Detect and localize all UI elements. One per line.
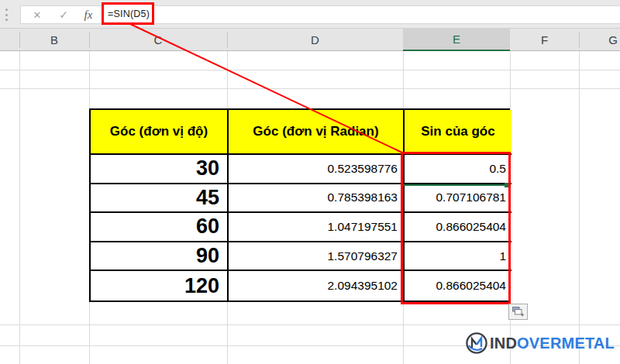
table-header-cell[interactable]: Sin của góc	[405, 110, 512, 155]
table-cell[interactable]: 0.785398163	[229, 184, 405, 214]
column-header-g[interactable]: G	[579, 29, 620, 50]
gridline	[0, 88, 620, 89]
table-cell[interactable]: 90	[91, 242, 229, 272]
column-header-c[interactable]: C	[89, 29, 227, 50]
column-header-d[interactable]: D	[227, 29, 403, 50]
indovermetal-logo-icon	[465, 331, 488, 355]
watermark-text: INDOVERMETAL	[490, 335, 615, 352]
table-cell[interactable]: 0.707106781	[405, 184, 512, 214]
table-cell[interactable]: 0.866025404	[405, 213, 512, 242]
formula-bar: ✕ ✓ fx =SIN(D5)	[0, 0, 620, 29]
formula-input[interactable]: =SIN(D5)	[102, 2, 154, 25]
gridline	[0, 325, 620, 325]
gridline	[19, 51, 20, 364]
watermark-text-blue: OVERMETAL	[517, 335, 615, 352]
enter-icon[interactable]: ✓	[50, 9, 77, 21]
autofill-options-button[interactable]	[508, 304, 528, 320]
table-header-cell[interactable]: Góc (đơn vị Radian)	[229, 110, 405, 155]
table-cell[interactable]: 0.866025404	[405, 271, 512, 300]
selected-cell-border	[403, 184, 509, 186]
table-cell[interactable]: 2.094395102	[229, 271, 405, 300]
column-header-e-selected[interactable]: E	[403, 29, 510, 51]
table-cell[interactable]: 1.570796327	[229, 242, 405, 272]
gridline	[0, 70, 620, 70]
insert-function-icon[interactable]: fx	[77, 9, 100, 22]
table-header-cell[interactable]: Góc (đơn vị độ)	[91, 110, 229, 155]
selection-fill-handle[interactable]	[505, 183, 509, 187]
gridline	[579, 51, 580, 364]
excel-screenshot: ✕ ✓ fx =SIN(D5) B C D E F G	[0, 0, 620, 364]
table-cell[interactable]: 1.047197551	[229, 213, 405, 242]
table-cell[interactable]: 0.523598776	[229, 155, 405, 184]
sheet-grid[interactable]: Góc (đơn vị độ) Góc (đơn vị Radian) Sin …	[0, 51, 620, 364]
formula-text: =SIN(D5)	[108, 9, 150, 19]
column-header-row: B C D E F G	[0, 29, 620, 51]
column-header-f[interactable]: F	[510, 29, 579, 50]
watermark: INDOVERMETAL	[465, 331, 615, 355]
table-cell[interactable]: 1	[405, 242, 512, 272]
sin-table: Góc (đơn vị độ) Góc (đơn vị Radian) Sin …	[89, 108, 510, 302]
watermark-text-dark: IND	[490, 335, 517, 352]
table-cell[interactable]: 0.5	[405, 155, 512, 184]
autofill-options-icon	[512, 307, 525, 317]
column-header-b[interactable]: B	[19, 29, 89, 50]
cancel-icon[interactable]: ✕	[24, 9, 50, 21]
table-cell[interactable]: 45	[91, 184, 229, 214]
table-cell[interactable]: 30	[91, 155, 229, 184]
table-cell[interactable]: 120	[91, 271, 229, 300]
table-cell[interactable]: 60	[91, 213, 229, 242]
formula-bar-grip[interactable]	[4, 9, 9, 21]
